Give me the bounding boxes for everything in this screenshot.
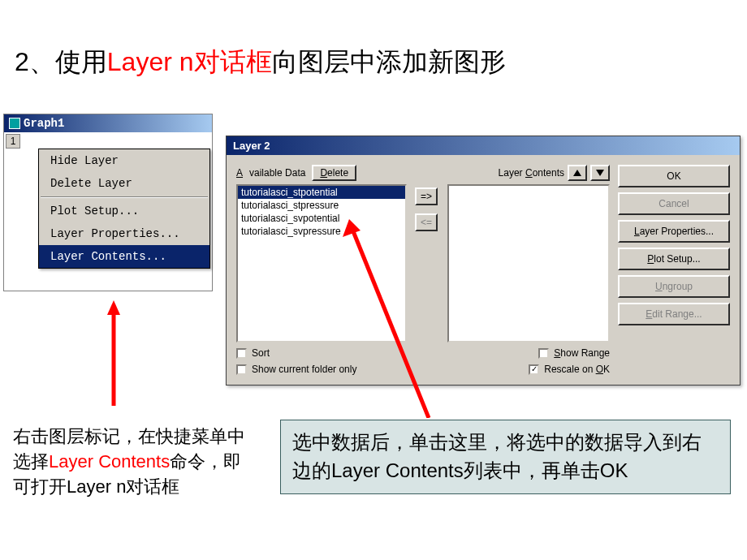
- move-up-button[interactable]: [568, 165, 587, 181]
- checkbox-icon[interactable]: [236, 348, 247, 359]
- menu-separator: [41, 196, 208, 198]
- dialog-titlebar: Layer 2: [227, 136, 740, 155]
- checkbox-icon[interactable]: [538, 348, 549, 359]
- plot-setup-button[interactable]: Plot Setup...: [618, 248, 730, 270]
- layer-indicator[interactable]: 1: [6, 134, 20, 149]
- show-range-checkbox-row[interactable]: Show Range: [447, 347, 610, 359]
- cancel-button[interactable]: Cancel: [618, 192, 730, 215]
- context-menu: Hide Layer Delete Layer Plot Setup... La…: [38, 149, 210, 269]
- ok-button[interactable]: OK: [618, 165, 730, 187]
- slide-title: 2、使用Layer n对话框向图层中添加新图形: [15, 45, 506, 80]
- menu-delete-layer[interactable]: Delete Layer: [39, 172, 209, 195]
- layer-dialog: Layer 2 Available Data Delete tutorialas…: [226, 136, 741, 386]
- list-item[interactable]: tutorialasci_stpotential: [238, 186, 405, 199]
- menu-layer-contents[interactable]: Layer Contents...: [39, 245, 209, 268]
- list-item[interactable]: tutorialasci_stpressure: [238, 199, 405, 212]
- svg-line-4: [353, 231, 429, 418]
- layer-contents-label: Layer Contents: [447, 165, 610, 181]
- annotation-left: 右击图层标记，在快捷菜单中选择Layer Contents命令，即可打开Laye…: [13, 424, 257, 499]
- svg-marker-1: [596, 170, 604, 176]
- delete-button[interactable]: Delete: [312, 165, 356, 181]
- arrow-annotation-2: [341, 219, 438, 418]
- move-right-button[interactable]: =>: [415, 187, 438, 205]
- edit-range-button[interactable]: Edit Range...: [618, 303, 730, 325]
- graph-title-text: Graph1: [24, 117, 64, 130]
- annotation-right: 选中数据后，单击这里，将选中的数据导入到右边的Layer Contents列表中…: [280, 420, 731, 494]
- menu-hide-layer[interactable]: Hide Layer: [39, 149, 209, 172]
- svg-marker-5: [343, 219, 361, 237]
- menu-layer-properties[interactable]: Layer Properties...: [39, 222, 209, 245]
- menu-plot-setup[interactable]: Plot Setup...: [39, 200, 209, 222]
- ungroup-button[interactable]: Ungroup: [618, 275, 730, 298]
- rescale-checkbox-row[interactable]: ✓ Rescale on OK: [447, 364, 610, 375]
- arrow-down-icon: [596, 170, 604, 176]
- graph-body: 1 Hide Layer Delete Layer Plot Setup... …: [4, 132, 212, 291]
- checkbox-icon[interactable]: ✓: [529, 364, 539, 375]
- graph-window: Graph1 1 Hide Layer Delete Layer Plot Se…: [3, 114, 213, 291]
- svg-marker-0: [573, 170, 581, 176]
- graph-icon: [9, 118, 20, 129]
- graph-titlebar: Graph1: [4, 114, 212, 132]
- arrow-up-icon: [573, 170, 581, 176]
- available-data-label: Available Data Delete: [236, 165, 407, 181]
- arrow-annotation-1: [107, 300, 120, 406]
- svg-marker-3: [107, 300, 120, 315]
- layer-properties-button[interactable]: Layer Properties...: [618, 220, 730, 243]
- layer-contents-listbox[interactable]: [447, 184, 610, 342]
- move-down-button[interactable]: [590, 165, 610, 181]
- checkbox-icon[interactable]: [236, 364, 247, 375]
